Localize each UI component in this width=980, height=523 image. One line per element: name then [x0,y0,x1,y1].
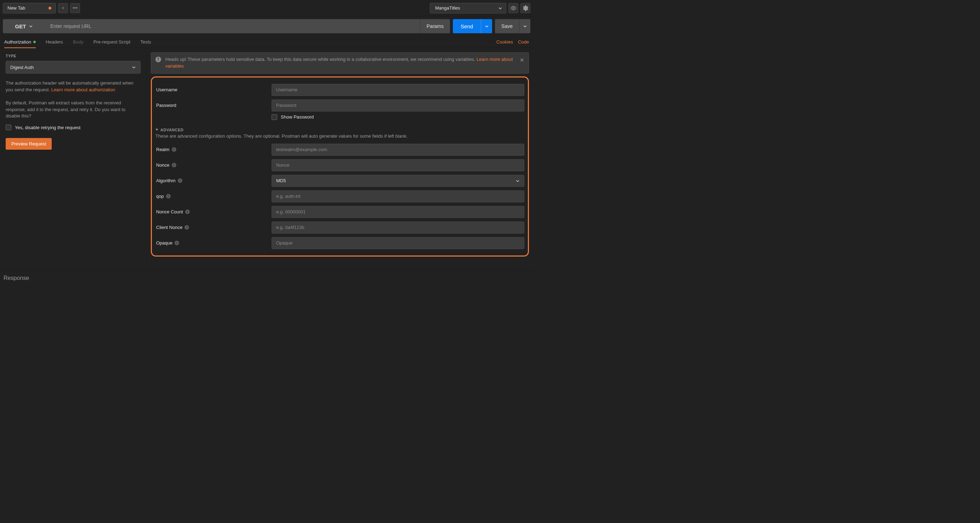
save-button[interactable]: Save [495,19,519,33]
tab-prerequest[interactable]: Pre-request Script [94,36,130,48]
caret-down-icon [156,129,158,130]
request-tab[interactable]: New Tab [3,3,56,13]
show-password-label: Show Password [281,114,314,119]
tab-tests[interactable]: Tests [140,36,151,48]
realm-input[interactable] [272,144,524,156]
auth-description: The authorization header will be automat… [6,80,140,94]
qop-label: qopi [156,194,269,199]
environment-quicklook-button[interactable] [508,3,518,13]
nonce-count-row: Nonce Counti [156,205,524,219]
info-icon[interactable]: i [178,178,182,183]
type-heading: TYPE [6,54,140,58]
info-icon[interactable]: i [172,163,176,167]
info-icon[interactable]: i [185,210,190,214]
response-section-header[interactable]: Response [0,271,533,285]
auth-right-column: ! Heads up! These parameters hold sensit… [146,48,533,271]
tab-authorization[interactable]: Authorization [4,36,36,48]
username-label: Username [156,87,269,92]
http-method-select[interactable]: GET [3,19,45,33]
banner-text: Heads up! These parameters hold sensitiv… [165,57,477,62]
nonce-input[interactable] [272,159,524,171]
tab-authorization-label: Authorization [4,39,31,45]
client-nonce-input[interactable] [272,221,524,234]
auth-left-column: TYPE Digest Auth The authorization heade… [0,48,146,271]
nonce-count-label: Nonce Counti [156,209,269,215]
settings-button[interactable] [520,3,530,13]
qop-row: qopi [156,190,524,203]
params-button[interactable]: Params [420,19,450,33]
chevron-down-icon [132,65,136,69]
algorithm-row: Algorithmi MD5 [156,174,524,188]
show-password-checkbox[interactable] [272,114,277,120]
info-icon[interactable]: i [185,225,189,230]
save-options-button[interactable] [519,19,530,33]
realm-row: Realmi [156,143,524,156]
main-area: TYPE Digest Auth The authorization heade… [0,48,533,271]
password-label: Password [156,103,269,108]
subtabs-right: Cookies Code [496,39,529,45]
algorithm-label-text: Algorithm [156,178,176,183]
tab-tests-label: Tests [140,39,151,45]
info-icon[interactable]: i [166,194,171,199]
nonce-label: Noncei [156,162,269,168]
chevron-down-icon [29,24,33,28]
disable-retry-checkbox[interactable] [6,124,11,130]
qop-input[interactable] [272,191,524,202]
tab-headers-label: Headers [46,39,63,45]
client-nonce-label-text: Client Nonce [156,225,182,230]
info-icon[interactable]: i [172,147,176,152]
algorithm-label: Algorithmi [156,178,269,183]
algorithm-select[interactable]: MD5 [272,175,524,187]
auth-type-value: Digest Auth [10,65,34,70]
request-bar: GET Params Send Save [0,16,533,36]
warning-icon: ! [156,57,161,62]
chevron-down-icon [515,179,520,183]
tab-headers[interactable]: Headers [46,36,63,48]
preview-request-button[interactable]: Preview Request [6,138,52,150]
response-label: Response [3,275,29,281]
app-topbar: New Tab + ••• MangaTitles [0,0,533,16]
retry-description: By default, Postman will extract values … [6,100,140,120]
digest-auth-form-highlight: Username Password Show Password ADVANCED… [151,76,529,256]
sensitive-data-banner: ! Heads up! These parameters hold sensit… [151,52,529,74]
plus-icon: + [62,5,64,11]
advanced-toggle[interactable]: ADVANCED [156,128,524,132]
nonce-count-label-text: Nonce Count [156,209,183,215]
tabs-region: New Tab + ••• [3,3,80,13]
environment-select[interactable]: MangaTitles [430,3,506,13]
realm-label-text: Realm [156,147,170,152]
environment-label: MangaTitles [435,5,460,11]
realm-label: Realmi [156,147,269,152]
username-input[interactable] [272,84,524,96]
disable-retry-checkbox-row[interactable]: Yes, disable retrying the request [6,124,140,130]
url-input[interactable] [45,19,420,33]
nonce-count-input[interactable] [272,206,524,218]
tab-body[interactable]: Body [73,36,84,48]
info-icon[interactable]: i [175,241,179,245]
method-label: GET [15,23,26,29]
advanced-label: ADVANCED [161,128,184,132]
svg-point-0 [513,7,514,9]
banner-close-button[interactable]: ✕ [520,56,524,64]
auth-type-select[interactable]: Digest Auth [6,61,140,74]
unsaved-dot-icon [48,7,51,10]
send-button[interactable]: Send [453,19,481,33]
password-input[interactable] [272,99,524,111]
chevron-down-icon [523,24,527,28]
tab-overflow-button[interactable]: ••• [70,3,80,13]
code-link[interactable]: Code [518,39,529,45]
client-nonce-row: Client Noncei [156,221,524,234]
opaque-input[interactable] [272,237,524,249]
params-label: Params [426,23,444,29]
client-nonce-label: Client Noncei [156,225,269,230]
learn-more-authorization-link[interactable]: Learn more about authorization [51,87,115,92]
chevron-down-icon [485,24,489,28]
nonce-label-text: Nonce [156,162,170,168]
advanced-note: These are advanced configuration options… [156,134,524,139]
show-password-row[interactable]: Show Password [272,114,524,120]
send-options-button[interactable] [481,19,492,33]
tab-label: New Tab [8,5,25,11]
cookies-link[interactable]: Cookies [496,39,513,45]
preview-request-label: Preview Request [11,141,46,146]
new-tab-button[interactable]: + [58,3,68,13]
